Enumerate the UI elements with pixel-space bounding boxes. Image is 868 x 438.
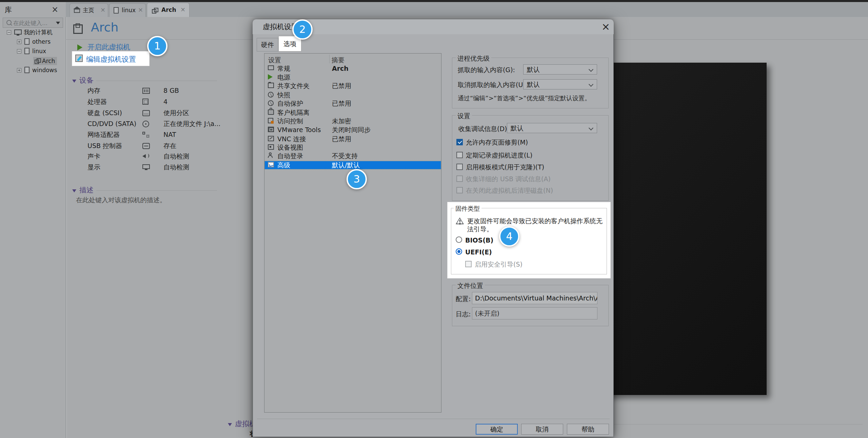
collapse-icon[interactable]	[17, 49, 21, 54]
settings-row-power[interactable]: 电源	[264, 73, 441, 82]
settings-row-shared-folders[interactable]: 共享文件夹 已禁用	[264, 82, 441, 90]
checkbox-memory-trim[interactable]	[456, 139, 463, 145]
tree-item-label[interactable]: linux	[32, 47, 46, 55]
row-setting[interactable]: 共享文件夹	[277, 82, 310, 90]
vm-title: Arch	[91, 20, 118, 34]
expand-icon[interactable]	[17, 40, 21, 44]
debug-info-select[interactable]: 默认	[507, 123, 597, 133]
tab-label[interactable]: Arch	[161, 6, 176, 14]
description-placeholder[interactable]: 在此处键入对该虚拟机的描述。	[76, 196, 166, 204]
list-column-divider[interactable]	[329, 55, 330, 63]
settings-row-guest-isolation[interactable]: 客户机隔离	[264, 108, 441, 117]
tab-close-icon[interactable]: ×	[100, 6, 105, 13]
settings-row-general[interactable]: 常规 Arch	[264, 64, 441, 73]
row-setting[interactable]: 常规	[277, 64, 290, 72]
power-on-label[interactable]: 开启此虚拟机	[87, 43, 130, 51]
tab-linux[interactable]: linux ×	[109, 3, 146, 17]
dialog-tab-hardware[interactable]: 硬件	[257, 38, 278, 51]
processor-icon	[142, 99, 149, 105]
row-setting[interactable]: VNC 连接	[277, 135, 306, 143]
device-row[interactable]: 内存 8 GB	[66, 86, 222, 95]
cancel-button-label[interactable]: 取消	[536, 425, 549, 433]
tab-close-icon[interactable]: ×	[138, 6, 143, 13]
row-setting[interactable]: 自动保护	[277, 99, 303, 107]
collapse-icon[interactable]	[7, 30, 11, 35]
edit-settings-label[interactable]: 编辑虚拟机设置	[86, 55, 136, 63]
device-row[interactable]: 显示 自动检测	[66, 163, 222, 172]
device-row[interactable]: 网络适配器 NAT	[66, 130, 222, 139]
row-setting[interactable]: 高级	[277, 161, 290, 169]
tree-item-label[interactable]: Arch	[42, 57, 55, 65]
power-on-link[interactable]: 开启此虚拟机	[77, 43, 130, 51]
row-setting[interactable]: 客户机隔离	[277, 108, 310, 117]
checkbox-log-progress[interactable]	[456, 152, 463, 158]
device-name[interactable]: 显示	[87, 163, 100, 171]
tab-label[interactable]: linux	[122, 6, 136, 14]
settings-row-snapshots[interactable]: 快照	[264, 91, 441, 99]
edit-settings-link[interactable]: 编辑虚拟机设置	[75, 55, 136, 64]
devices-header-label[interactable]: 设备	[79, 76, 94, 84]
tree-item-label[interactable]: 我的计算机	[24, 28, 53, 36]
device-row[interactable]: 处理器 4	[66, 98, 222, 106]
settings-row-device-view[interactable]: 设备视图	[264, 143, 441, 152]
row-setting[interactable]: 电源	[277, 73, 290, 81]
dialog-close-button[interactable]: ×	[601, 21, 610, 33]
devices-section-header[interactable]: 设备	[72, 76, 94, 85]
description-header-label[interactable]: 描述	[79, 186, 94, 194]
power-icon	[268, 74, 273, 80]
library-close-button[interactable]: ×	[52, 5, 58, 14]
device-value: 自动检测	[163, 163, 189, 171]
tree-item-label[interactable]: windows	[32, 66, 57, 74]
settings-row-autologin[interactable]: 自动登录 不受支持	[264, 152, 441, 160]
ungrabbed-input-select[interactable]: 默认	[523, 79, 597, 89]
row-setting[interactable]: 快照	[277, 91, 290, 99]
settings-row-access-control[interactable]: 访问控制 未加密	[264, 117, 441, 125]
device-row[interactable]: CD/DVD (SATA) 正在使用文件 J:\a...	[66, 120, 222, 128]
row-setting[interactable]: VMware Tools	[277, 126, 321, 134]
config-path-field[interactable]: D:\Documents\Virtual Machines\Arch\Arch.…	[472, 292, 597, 304]
device-name[interactable]: 硬盘 (SCSI)	[87, 109, 122, 117]
radio-bios[interactable]	[456, 236, 462, 243]
row-setting[interactable]: 设备视图	[277, 143, 303, 151]
checkbox-label[interactable]: 启用模板模式(用于克隆)(T)	[466, 163, 544, 171]
log-field[interactable]: (未开启)	[472, 307, 597, 319]
ok-button[interactable]: 确定	[476, 424, 518, 435]
cancel-button[interactable]: 取消	[521, 424, 563, 435]
tab-home[interactable]: 主页 ×	[70, 3, 108, 17]
device-row[interactable]: 声卡 自动检测	[66, 152, 222, 161]
settings-row-advanced-selected[interactable]: 高级 默认/默认	[264, 161, 441, 169]
tab-label[interactable]: 主页	[83, 6, 94, 14]
row-setting[interactable]: 访问控制	[277, 117, 303, 125]
device-name[interactable]: 网络适配器	[87, 130, 120, 139]
device-name[interactable]: CD/DVD (SATA)	[87, 120, 136, 128]
help-button[interactable]: 帮助	[567, 424, 609, 435]
library-search-input[interactable]: 在此处键入...	[3, 18, 63, 28]
tree-item-label[interactable]: others	[32, 38, 51, 45]
device-name[interactable]: 声卡	[87, 152, 100, 160]
device-row[interactable]: 硬盘 (SCSI) 使用分区	[66, 109, 222, 118]
checkbox-template-mode[interactable]	[456, 164, 463, 170]
ok-button-label[interactable]: 确定	[490, 425, 503, 433]
device-name[interactable]: USB 控制器	[87, 142, 122, 150]
settings-row-vnc[interactable]: VNC 连接 已禁用	[264, 135, 441, 143]
settings-row-vmware-tools[interactable]: VMware Tools 关闭时间同步	[264, 126, 441, 134]
checkbox-label[interactable]: 允许内存页面修剪(M)	[466, 138, 528, 146]
radio-bios-label[interactable]: BIOS(B)	[465, 236, 493, 244]
tab-close-icon[interactable]: ×	[180, 6, 185, 13]
settings-row-autoprotect[interactable]: 自动保护 已禁用	[264, 99, 441, 108]
dialog-tab-label[interactable]: 选项	[283, 40, 296, 47]
help-button-label[interactable]: 帮助	[581, 425, 594, 433]
checkbox-label[interactable]: 定期记录虚拟机进度(L)	[466, 151, 532, 159]
tab-arch[interactable]: Arch ×	[147, 3, 190, 17]
radio-uefi[interactable]	[456, 248, 462, 255]
row-setting[interactable]: 自动登录	[277, 152, 303, 160]
description-section-header[interactable]: 描述	[72, 186, 94, 194]
radio-uefi-label[interactable]: UEFI(E)	[465, 248, 492, 256]
device-name[interactable]: 处理器	[87, 98, 107, 106]
grabbed-input-select[interactable]: 默认	[523, 64, 597, 75]
search-dropdown-arrow-icon[interactable]	[56, 22, 60, 24]
dialog-tab-label[interactable]: 硬件	[261, 41, 274, 48]
device-row[interactable]: USB 控制器 存在	[66, 142, 222, 150]
expand-icon[interactable]	[17, 68, 21, 72]
device-name[interactable]: 内存	[87, 86, 100, 95]
